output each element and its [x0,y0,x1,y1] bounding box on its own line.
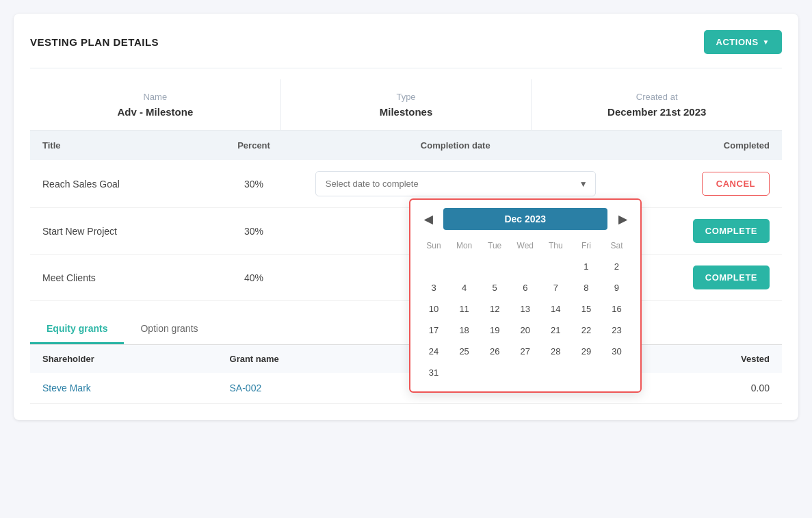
calendar-day-empty [449,256,480,277]
calendar-day-empty [571,362,602,383]
milestone-title-2: Start New Project [30,208,205,255]
cal-day-header: Sun [419,238,449,253]
info-card-name: Name Adv - Milestone [30,79,281,130]
date-select-input[interactable] [315,171,596,196]
calendar-day-empty [480,256,510,277]
calendar-days-header: SunMonTueWedThuFriSat [419,238,632,253]
calendar-day[interactable]: 3 [419,277,449,298]
tab-equity-grants[interactable]: Equity grants [30,315,124,344]
complete-button-3[interactable]: COMPLETE [693,266,770,289]
calendar-day[interactable]: 27 [510,341,540,362]
milestone-percent-3: 40% [205,255,303,301]
calendar-day[interactable]: 4 [449,277,480,298]
milestones-table: Title Percent Completion date Completed … [30,131,782,301]
calendar-day[interactable]: 10 [419,298,449,320]
calendar-day[interactable]: 21 [540,320,571,341]
calendar-day[interactable]: 7 [540,277,571,298]
calendar-day[interactable]: 18 [449,320,480,341]
calendar-day[interactable]: 19 [480,320,510,341]
cal-day-header: Tue [480,238,510,253]
calendar-day[interactable]: 29 [571,341,602,362]
complete-button-2[interactable]: COMPLETE [693,219,770,243]
page-header: VESTING PLAN DETAILS ACTIONS ▼ [30,30,782,68]
calendar-day-empty [601,362,632,383]
calendar-day[interactable]: 12 [480,298,510,320]
calendar-day[interactable]: 30 [601,341,632,362]
calendar-day[interactable]: 31 [419,362,449,383]
calendar-day[interactable]: 5 [480,277,510,298]
milestone-percent-1: 30% [205,160,303,208]
calendar-next-button[interactable]: ▶ [613,210,632,229]
info-card-created: Created at December 21st 2023 [532,79,782,130]
info-card-name-value: Adv - Milestone [47,106,264,118]
grants-table: Shareholder Grant name Shares Vested Ste… [30,345,782,404]
calendar-day[interactable]: 11 [449,298,480,320]
calendar-day-empty [449,362,480,383]
calendar-day-empty [419,256,449,277]
milestone-completion-1: ▼ ◀ Dec 2023 ▶ SunMonTueWedThuFriSat 1 [303,160,608,208]
col-title: Title [30,131,205,160]
calendar-dropdown: ◀ Dec 2023 ▶ SunMonTueWedThuFriSat 12345… [409,198,642,393]
cancel-button[interactable]: CANCEL [702,172,770,196]
cal-day-header: Thu [540,238,571,253]
calendar-day[interactable]: 2 [601,256,632,277]
tab-option-grants[interactable]: Option grants [124,315,214,344]
calendar-day[interactable]: 15 [571,298,602,320]
calendar-day[interactable]: 20 [510,320,540,341]
col-completed: Completed [608,131,782,160]
cal-day-header: Wed [510,238,540,253]
calendar-day-empty [540,362,571,383]
info-card-type-value: Milestones [298,106,515,118]
milestone-title-3: Meet Clients [30,255,205,301]
grant-row-1: Steve Mark SA-002 10,000 0.00 [30,373,782,404]
calendar-day-empty [510,362,540,383]
calendar-day[interactable]: 25 [449,341,480,362]
calendar-header: ◀ Dec 2023 ▶ [419,208,632,230]
actions-button[interactable]: ACTIONS ▼ [704,30,782,54]
calendar-day[interactable]: 23 [601,320,632,341]
info-cards: Name Adv - Milestone Type Milestones Cre… [30,79,782,131]
calendar-day[interactable]: 16 [601,298,632,320]
milestone-title-1: Reach Sales Goal [30,160,205,208]
info-card-type: Type Milestones [281,79,532,130]
col-shareholder: Shareholder [30,345,218,373]
cal-day-header: Fri [571,238,602,253]
info-card-created-value: December 21st 2023 [548,106,765,118]
info-card-created-label: Created at [548,92,765,102]
milestone-row-3: Meet Clients 40% COMPLETE [30,255,782,301]
milestone-row-2: Start New Project 30% COMPLETE [30,208,782,255]
calendar-day[interactable]: 17 [419,320,449,341]
calendar-day[interactable]: 26 [480,341,510,362]
col-completion-date: Completion date [303,131,608,160]
tabs-section: Equity grants Option grants [30,315,782,345]
calendar-day[interactable]: 6 [510,277,540,298]
calendar-day[interactable]: 22 [571,320,602,341]
grant-name[interactable]: SA-002 [218,373,399,404]
col-grant-name: Grant name [218,345,399,373]
cal-day-header: Sat [601,238,632,253]
chevron-down-icon: ▼ [763,38,770,46]
calendar-day[interactable]: 13 [510,298,540,320]
calendar-day[interactable]: 28 [540,341,571,362]
calendar-day[interactable]: 8 [571,277,602,298]
cal-day-header: Mon [449,238,480,253]
milestone-percent-2: 30% [205,208,303,255]
calendar-prev-button[interactable]: ◀ [419,210,438,229]
calendar-month-label[interactable]: Dec 2023 [443,208,607,230]
calendar-day[interactable]: 1 [571,256,602,277]
page-title: VESTING PLAN DETAILS [30,36,159,48]
calendar-day-empty [510,256,540,277]
calendar-days: 1234567891011121314151617181920212223242… [419,256,632,383]
page-container: VESTING PLAN DETAILS ACTIONS ▼ Name Adv … [14,14,798,420]
grant-vested: 0.00 [651,373,782,404]
col-vested: Vested [651,345,782,373]
calendar-day-empty [480,362,510,383]
shareholder-name[interactable]: Steve Mark [30,373,218,404]
calendar-day[interactable]: 14 [540,298,571,320]
calendar-day[interactable]: 9 [601,277,632,298]
actions-label: ACTIONS [716,37,759,47]
calendar-day[interactable]: 24 [419,341,449,362]
info-card-type-label: Type [298,92,515,102]
calendar-day-empty [540,256,571,277]
milestone-row-1: Reach Sales Goal 30% ▼ ◀ Dec 2023 ▶ [30,160,782,208]
